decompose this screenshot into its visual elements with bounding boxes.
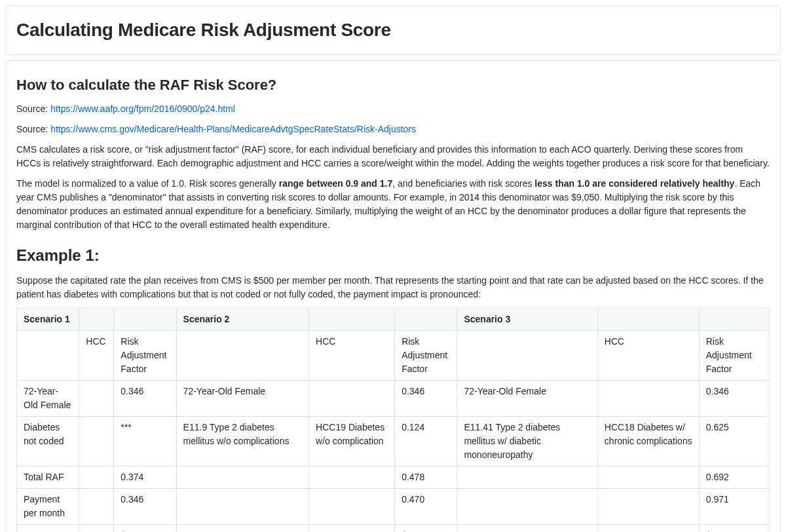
table-row: Diabetes not coded *** E11.9 Type 2 diab… (17, 417, 770, 466)
cell: 0.470 (395, 489, 457, 525)
table-row: Total RAF 0.374 0.478 0.692 (17, 466, 770, 489)
th-scenario-1: Scenario 1 (17, 309, 79, 331)
cell: 0.692 (699, 466, 769, 489)
cell: $485.50 (699, 525, 769, 533)
cell (597, 466, 699, 489)
cell (457, 466, 597, 489)
cell: E11.9 Type 2 diabetes mellitus w/o compl… (176, 417, 309, 466)
para2-bold-2: less than 1.0 are considered relatively … (534, 178, 734, 189)
cell (176, 525, 309, 533)
table-header-row-2: HCC Risk Adjustment Factor HCC Risk Adju… (17, 331, 770, 381)
cell (79, 381, 114, 417)
cell: Payment per year (17, 525, 79, 533)
cell-raf-label: Risk Adjustment Factor (699, 331, 769, 381)
table-row: Payment per year $173.00 $235.00 $485.50 (17, 525, 770, 533)
source-prefix: Source: (16, 104, 50, 114)
cell (597, 489, 699, 525)
th-blank (699, 309, 769, 331)
paragraph-2: The model is normalized to a value of 1.… (16, 177, 770, 232)
paragraph-1: CMS calculates a risk score, or "risk ad… (16, 143, 770, 170)
source-line-1: Source: https://www.aafp.org/fpm/2016/09… (16, 102, 770, 116)
source-line-2: Source: https://www.cms.gov/Medicare/Hea… (16, 123, 770, 136)
example-intro: Suppose the capitated rate the plan rece… (16, 274, 770, 301)
page-title: Calculating Medicare Risk Adjusment Scor… (16, 16, 770, 44)
cell: 72-Year-Old Female (17, 381, 79, 417)
cell (597, 381, 699, 417)
cell-hcc-label: HCC (79, 331, 114, 381)
cell (309, 525, 395, 533)
cell: 0.346 (114, 381, 176, 417)
cell (79, 489, 114, 525)
cell (457, 331, 597, 381)
th-blank (309, 309, 395, 331)
cell: 0.346 (114, 489, 176, 525)
table-header-row-1: Scenario 1 Scenario 2 Scenario 3 (17, 309, 770, 331)
th-blank (395, 309, 457, 331)
cell (457, 489, 597, 525)
cell (309, 489, 395, 525)
cell: HCC18 Diabetes w/ chronic complications (597, 417, 699, 466)
cell (79, 525, 114, 533)
cell (79, 417, 114, 466)
th-blank (79, 309, 114, 331)
cell: E11.41 Type 2 diabetes mellitus w/ diabe… (457, 417, 597, 466)
cell-hcc-label: HCC (309, 331, 395, 381)
example-heading: Example 1: (16, 244, 770, 267)
source-prefix: Source: (16, 124, 50, 134)
cell: HCC19 Diabetes w/o complication (309, 417, 395, 466)
para2-part-c: , and beneficiaries with risk scores (392, 178, 534, 189)
cell: *** (114, 417, 176, 466)
cell-raf-label: Risk Adjustment Factor (395, 331, 457, 381)
cell: 0.124 (395, 417, 457, 466)
cell (79, 466, 114, 489)
cell: 0.625 (699, 417, 769, 466)
table-row: Payment per month 0.346 0.470 0.971 (17, 489, 770, 525)
th-scenario-2: Scenario 2 (176, 309, 309, 331)
scenario-table: Scenario 1 Scenario 2 Scenario 3 HCC Ris… (16, 308, 770, 532)
cell (309, 381, 395, 417)
cell-hcc-label: HCC (597, 331, 699, 381)
cell (457, 525, 597, 533)
cell (17, 331, 79, 381)
cell (176, 331, 309, 381)
content-card: How to calculate the RAF Risk Score? Sou… (5, 60, 781, 532)
table-row: 72-Year-Old Female 0.346 72-Year-Old Fem… (17, 381, 770, 417)
title-card: Calculating Medicare Risk Adjusment Scor… (5, 5, 781, 55)
para2-bold-1: range between 0.9 and 1.7 (279, 178, 393, 189)
cell: 0.346 (699, 381, 769, 417)
section-heading: How to calculate the RAF Risk Score? (16, 74, 770, 96)
cell: 72-Year-Old Female (457, 381, 597, 417)
cell: 0.478 (395, 466, 457, 489)
th-blank (597, 309, 699, 331)
cell (309, 466, 395, 489)
cell: 0.971 (699, 489, 769, 525)
cell: 72-Year-Old Female (176, 381, 309, 417)
th-blank (114, 309, 176, 331)
source-link-1[interactable]: https://www.aafp.org/fpm/2016/0900/p24.h… (50, 104, 235, 114)
cell (176, 466, 309, 489)
cell: Total RAF (17, 466, 79, 489)
source-link-2[interactable]: https://www.cms.gov/Medicare/Health-Plan… (50, 124, 416, 134)
cell: $235.00 (395, 525, 457, 533)
th-scenario-3: Scenario 3 (457, 309, 597, 331)
cell: 0.374 (114, 466, 176, 489)
cell (597, 525, 699, 533)
cell-raf-label: Risk Adjustment Factor (114, 331, 176, 381)
cell: 0.346 (395, 381, 457, 417)
cell: Diabetes not coded (17, 417, 79, 466)
para2-part-a: The model is normalized to a value of 1.… (16, 178, 279, 189)
cell: $173.00 (114, 525, 176, 533)
cell: Payment per month (17, 489, 79, 525)
cell (176, 489, 309, 525)
